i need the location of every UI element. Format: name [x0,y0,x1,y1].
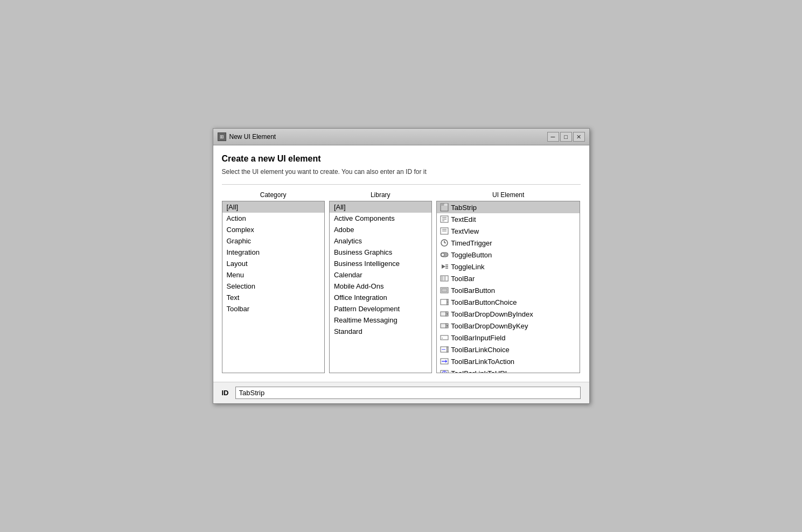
library-item[interactable]: [All] [330,201,431,213]
svg-rect-1 [441,204,444,206]
library-item[interactable]: Adobe [330,224,431,235]
ui-element-label: ToggleButton [451,251,492,259]
toolbarbtn-icon [440,286,449,295]
category-list[interactable]: [All]ActionComplexGraphicIntegrationLayo… [222,201,325,373]
toolbarlink-icon [440,345,449,354]
svg-rect-33 [441,335,448,340]
ui-element-label: ToolBarButton [451,286,495,295]
tab-icon [440,203,449,212]
ui-element-label: ToolBarDropDownByIndex [451,310,533,318]
category-item[interactable]: Layout [222,258,324,269]
ui-element-item[interactable]: TextView [437,225,580,237]
library-item[interactable]: Pattern Development [330,303,431,314]
window-icon: ⊞ [218,132,226,141]
ui-element-label: ToolBarLinkToURL [451,369,509,374]
library-column-header: Library [329,191,432,199]
library-item[interactable]: Calendar [330,269,431,281]
category-item[interactable]: Toolbar [222,303,324,314]
svg-rect-23 [442,289,447,292]
library-item[interactable]: Business Intelligence [330,258,431,269]
ui-element-label: ToolBarInputField [451,334,505,342]
divider [222,184,581,185]
svg-point-14 [441,253,444,256]
ui-element-item[interactable]: ToolBarLinkToURL [437,367,580,373]
title-bar-left: ⊞ New UI Element [218,132,276,141]
main-title: Create a new UI element [222,154,581,164]
toolbarlta-icon [440,357,449,366]
ui-element-item[interactable]: ToolBarDropDownByKey [437,320,580,332]
footer: ID [213,382,589,403]
category-item[interactable]: Integration [222,247,324,258]
library-item[interactable]: Realtime Messaging [330,314,431,326]
ui-element-label: ToolBarDropDownByKey [451,322,528,330]
library-item[interactable]: Mobile Add-Ons [330,281,431,292]
toolbarddk-icon [440,321,449,330]
ui-element-item[interactable]: ToolBar [437,272,580,284]
textview-icon [440,227,449,235]
library-item[interactable]: Analytics [330,235,431,247]
toolbarltu-icon [440,369,449,373]
toolbarddi-icon [440,310,449,318]
svg-marker-40 [445,360,447,363]
library-item[interactable]: Office Integration [330,292,431,303]
svg-rect-2 [444,204,448,206]
id-input[interactable] [235,387,581,399]
ui-element-label: ToggleLink [451,263,484,271]
category-item[interactable]: Graphic [222,235,324,247]
ui-element-label: ToolBarLinkChoice [451,346,509,354]
category-item[interactable]: Action [222,213,324,224]
category-item[interactable]: [All] [222,201,324,213]
ui-element-item[interactable]: TabStrip [437,201,580,213]
ui-element-label: TabStrip [451,204,477,212]
ui-element-item[interactable]: ToggleButton [437,249,580,261]
ui-element-label: ToolBar [451,275,475,283]
ui-element-item[interactable]: TimedTrigger [437,237,580,249]
library-item[interactable]: Active Components [330,213,431,224]
togglelink-icon [440,262,449,271]
ui-element-column-header: UI Element [436,191,581,199]
library-item[interactable]: Standard [330,326,431,337]
ui-element-item[interactable]: ToolBarInputField [437,332,580,344]
ui-element-list[interactable]: TabStripTextEditTextViewTimedTriggerTogg… [436,201,580,373]
dialog-window: ⊞ New UI Element ─ □ ✕ Create a new UI e… [213,128,590,404]
window-title: New UI Element [229,133,276,141]
svg-rect-24 [441,299,447,305]
svg-rect-21 [444,276,446,281]
svg-rect-20 [441,276,443,281]
ui-element-label: TextView [451,227,479,235]
ui-element-item[interactable]: ToolBarDropDownByIndex [437,308,580,320]
svg-marker-15 [442,264,445,269]
close-button[interactable]: ✕ [573,132,585,142]
columns-container: [All]ActionComplexGraphicIntegrationLayo… [222,201,581,373]
ui-element-item[interactable]: ToggleLink [437,261,580,272]
ui-element-item[interactable]: TextEdit [437,213,580,225]
ui-element-item[interactable]: ToolBarButtonChoice [437,296,580,308]
category-item[interactable]: Menu [222,269,324,281]
svg-rect-36 [447,347,449,352]
library-list[interactable]: [All]Active ComponentsAdobeAnalyticsBusi… [329,201,432,373]
dialog-content: Create a new UI element Select the UI el… [213,145,589,382]
library-item[interactable]: Business Graphics [330,247,431,258]
toolbarinput-icon [440,333,449,342]
toolbarbtnc-icon [440,298,449,306]
subtitle: Select the UI element you want to create… [222,168,581,176]
maximize-button[interactable]: □ [560,132,572,142]
ui-element-item[interactable]: ToolBarButton [437,284,580,296]
title-buttons: ─ □ ✕ [547,132,585,142]
category-item[interactable]: Text [222,292,324,303]
title-bar: ⊞ New UI Element ─ □ ✕ [213,129,589,145]
ui-element-item[interactable]: ToolBarLinkToAction [437,355,580,367]
toolbar-icon [440,274,449,283]
category-item[interactable]: Selection [222,281,324,292]
id-label: ID [222,389,229,397]
svg-rect-30 [441,324,446,328]
ui-element-label: TextEdit [451,215,476,223]
ui-element-label: ToolBarLinkToAction [451,358,514,366]
ui-element-label: ToolBarButtonChoice [451,298,517,306]
minimize-button[interactable]: ─ [547,132,559,142]
timed-icon [440,239,449,247]
category-column-header: Category [222,191,325,199]
svg-rect-27 [441,312,446,316]
ui-element-item[interactable]: ToolBarLinkChoice [437,344,580,355]
category-item[interactable]: Complex [222,224,324,235]
